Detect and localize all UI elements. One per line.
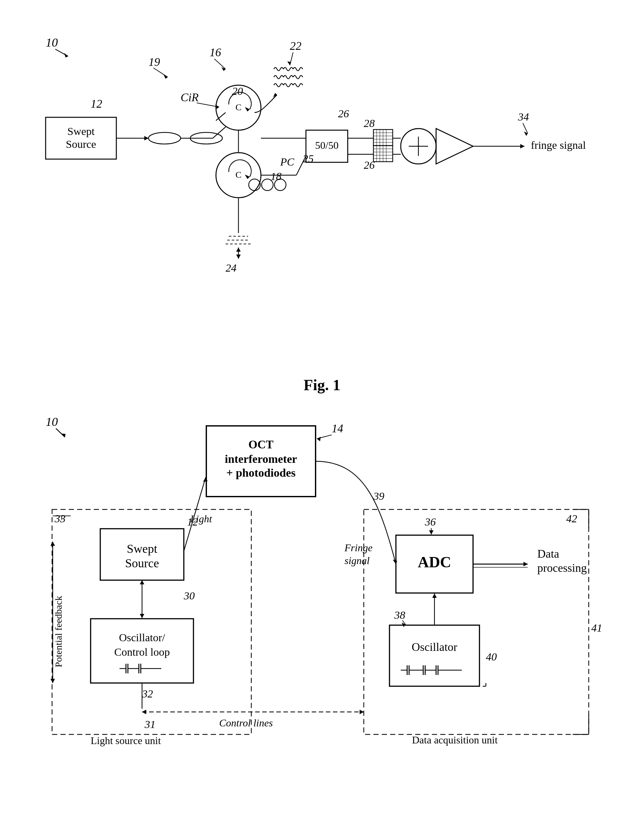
fig1-ref24: 24 bbox=[225, 262, 236, 274]
svg-marker-90 bbox=[393, 560, 397, 564]
svg-marker-1 bbox=[64, 53, 68, 58]
svg-marker-5 bbox=[221, 67, 225, 71]
fig2-fringe-signal-label2: signal bbox=[345, 555, 370, 566]
fig1-ref28: 28 bbox=[364, 117, 375, 129]
fig1-splitter-label: 50/50 bbox=[315, 140, 339, 151]
svg-marker-9 bbox=[144, 136, 149, 140]
fig1-title: Fig. 1 bbox=[26, 376, 618, 394]
fig2-svg: 10 OCT interferometer + photodiodes 14 L… bbox=[26, 407, 618, 818]
fig2-data-processing-label1: Data bbox=[537, 547, 559, 560]
fig2-ref39: 39 bbox=[373, 490, 384, 502]
fig2-container: 10 OCT interferometer + photodiodes 14 L… bbox=[26, 407, 618, 818]
fig1-swept-source-label1: Swept bbox=[67, 125, 95, 137]
fig2-swept-source-label1: Swept bbox=[127, 542, 158, 556]
svg-marker-112 bbox=[51, 679, 55, 683]
fig2-adc-label: ADC bbox=[418, 554, 451, 571]
svg-marker-7 bbox=[287, 61, 291, 65]
fig2-ref38: 38 bbox=[394, 609, 405, 621]
fig2-ref14: 14 bbox=[332, 422, 343, 435]
fig2-swept-source-label2: Source bbox=[125, 556, 159, 570]
svg-marker-11 bbox=[245, 107, 250, 112]
fig2-oscillator-label: Oscillator bbox=[412, 641, 457, 654]
svg-line-51 bbox=[523, 123, 527, 134]
fig1-ref34: 34 bbox=[518, 111, 529, 123]
svg-marker-89 bbox=[429, 530, 434, 534]
fig2-oscillator-box bbox=[389, 625, 480, 686]
fig1-pc-label: PC bbox=[280, 156, 294, 168]
fig2-ref33: 33 bbox=[54, 513, 66, 525]
fig2-fringe-signal-label1: Fringe bbox=[344, 542, 373, 554]
fig1-amplifier bbox=[436, 129, 473, 164]
fig1-ref19: 19 bbox=[149, 55, 160, 69]
fig2-ref41: 41 bbox=[591, 622, 602, 634]
fig2-osc-control-label1: Oscillator/ bbox=[119, 632, 165, 643]
svg-marker-61 bbox=[61, 434, 66, 437]
fig1-ref12: 12 bbox=[90, 97, 102, 110]
fig2-data-acq-unit-label: Data acquisition unit bbox=[412, 734, 498, 746]
fig2-osc-control-label2: Control loop bbox=[114, 646, 170, 658]
fig1-ref20: 20 bbox=[232, 85, 243, 97]
svg-marker-16 bbox=[245, 175, 250, 179]
fig2-ref30: 30 bbox=[184, 590, 195, 602]
svg-line-4 bbox=[214, 59, 225, 69]
fig2-oct-label1: OCT bbox=[248, 438, 273, 451]
svg-marker-109 bbox=[523, 562, 527, 566]
svg-marker-82 bbox=[360, 710, 364, 714]
svg-marker-78 bbox=[140, 580, 144, 584]
fig2-ref40: 40 bbox=[486, 651, 497, 663]
fig1-ref16: 16 bbox=[210, 46, 221, 59]
fig1-cir-text: CiR bbox=[181, 91, 199, 104]
fig1-title-text: Fig. 1 bbox=[304, 376, 340, 393]
fig1-cir-label-bottom: C bbox=[236, 170, 242, 180]
svg-line-14 bbox=[213, 127, 225, 138]
page: 10 19 16 22 bbox=[0, 0, 644, 818]
svg-marker-63 bbox=[317, 437, 321, 441]
svg-marker-105 bbox=[432, 594, 437, 598]
fig2-ref32: 32 bbox=[142, 688, 153, 700]
fig2-oct-label3: + photodiodes bbox=[226, 467, 296, 479]
fig2-potential-feedback-label: Potential feedback bbox=[53, 596, 64, 667]
fig2-ref31: 31 bbox=[144, 718, 156, 730]
svg-marker-50 bbox=[520, 144, 524, 149]
fig2-ref10: 10 bbox=[46, 415, 58, 428]
fig1-fringe-label: fringe signal bbox=[531, 139, 586, 151]
fig2-data-acq-unit-box bbox=[364, 510, 589, 734]
fig2-control-lines-label: Control lines bbox=[219, 717, 273, 729]
svg-marker-113 bbox=[51, 542, 55, 546]
svg-line-2 bbox=[153, 68, 168, 77]
svg-marker-79 bbox=[140, 614, 144, 618]
svg-marker-83 bbox=[142, 710, 146, 714]
fig2-light-label: Light bbox=[190, 513, 212, 525]
fig1-ref10: 10 bbox=[46, 36, 58, 49]
fig1-cir-label-top: C bbox=[236, 102, 242, 112]
fig2-data-processing-label2: processing bbox=[537, 562, 587, 574]
fig2-light-source-unit-label: Light source unit bbox=[90, 735, 161, 746]
fig1-coupler1 bbox=[149, 132, 181, 144]
fig1-ref14-area: 26 bbox=[338, 108, 349, 120]
fig2-ref36: 36 bbox=[425, 516, 436, 528]
fig1-container: 10 19 16 22 bbox=[26, 19, 618, 373]
svg-marker-58 bbox=[236, 247, 241, 252]
fig1-ref22: 22 bbox=[290, 40, 301, 52]
svg-marker-59 bbox=[236, 255, 241, 259]
svg-point-21 bbox=[262, 179, 273, 190]
fig1-swept-source-label2: Source bbox=[66, 138, 96, 150]
fig2-oct-label2: interferometer bbox=[225, 453, 297, 465]
fig1-svg: 10 19 16 22 bbox=[26, 19, 618, 373]
fig2-ref42: 42 bbox=[566, 513, 577, 525]
